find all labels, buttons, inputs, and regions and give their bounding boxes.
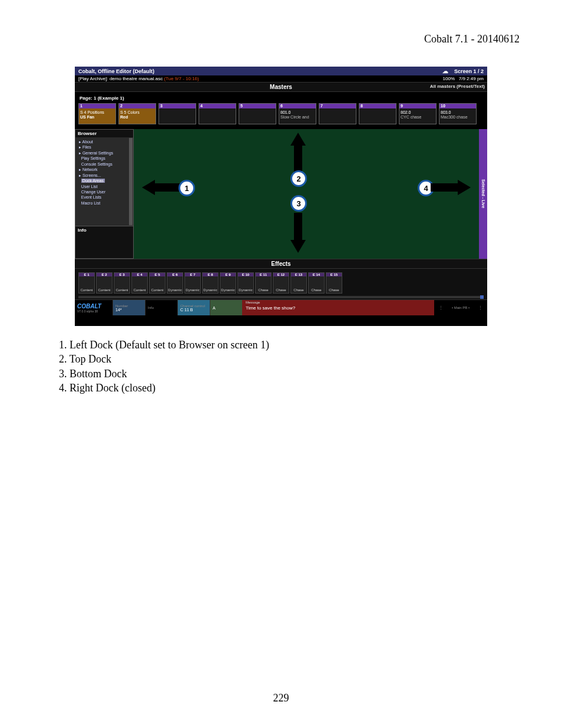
masters-mode: All masters (Preset/Text) bbox=[430, 84, 485, 89]
doc-header: Cobalt 7.1 - 20140612 bbox=[42, 33, 520, 45]
legend-item-3: 3. Bottom Dock bbox=[59, 367, 520, 381]
effect-slot[interactable]: E 6Dynamic bbox=[167, 272, 183, 294]
tree-item[interactable]: Play Settings bbox=[78, 156, 131, 161]
effect-slot[interactable]: E 15Chase bbox=[326, 272, 342, 294]
window-title-bar: Cobalt, Offline Editor (Default) ☁ Scree… bbox=[75, 67, 487, 75]
effect-slot[interactable]: E 3Content bbox=[114, 272, 130, 294]
logo-text: COBALT bbox=[77, 303, 113, 309]
footer-message: Message Time to save the show? bbox=[242, 300, 434, 315]
footer-msg-label: Message bbox=[246, 301, 260, 304]
arrow-right bbox=[431, 183, 458, 192]
arrow-up-head bbox=[290, 133, 306, 146]
effect-slot[interactable]: E 14Chase bbox=[308, 272, 325, 294]
page-number: 229 bbox=[0, 692, 562, 704]
browser-tree[interactable]: ▸ About ▸ Files ▸ General Settings Play … bbox=[75, 137, 133, 226]
footer-msg-value: Time to save the show? bbox=[246, 305, 295, 311]
footer-info-label: Info bbox=[148, 306, 175, 309]
effect-slot[interactable]: E 5Content bbox=[149, 272, 166, 294]
effect-slot[interactable]: E 8Dynamic bbox=[202, 272, 219, 294]
tree-item[interactable]: ▸ Screens... bbox=[78, 173, 131, 178]
legend-item-2: 2. Top Dock bbox=[59, 352, 520, 366]
scrollbar[interactable] bbox=[129, 138, 133, 225]
master-card[interactable]: 4 bbox=[199, 103, 236, 124]
tree-item[interactable]: Macro List bbox=[78, 200, 131, 206]
master-card[interactable]: 10803.0Mac300 chase bbox=[439, 103, 477, 124]
footer-number-value: 14* bbox=[115, 308, 143, 312]
zoom-level: 100% bbox=[443, 76, 455, 81]
effect-slot[interactable]: E 4Content bbox=[131, 272, 148, 294]
legend-list: 1. Left Dock (Default set to Browser on … bbox=[59, 338, 520, 395]
master-cards: 1S 4 PositionsUS Fan2S 5 ColorsRed345680… bbox=[78, 103, 484, 124]
arrow-down bbox=[294, 213, 302, 240]
tree-item[interactable]: Event Lists bbox=[78, 195, 131, 200]
logo: COBALT V7.0.0 alpha 38 bbox=[75, 300, 113, 315]
stage-area: 1 2 3 4 bbox=[134, 129, 479, 259]
right-dock-tab[interactable]: Selected - Live bbox=[479, 129, 487, 259]
masters-panel: Page: 1 (Example 1) 1S 4 PositionsUS Fan… bbox=[75, 92, 487, 129]
callout-2: 2 bbox=[290, 170, 307, 187]
legend-item-1: 1. Left Dock (Default set to Browser on … bbox=[59, 338, 520, 352]
footer-playback[interactable]: ⋮• Main PB •⋮ bbox=[434, 300, 487, 315]
footer-a-value: A bbox=[213, 306, 240, 310]
main-pb-label: • Main PB • bbox=[452, 306, 470, 309]
tree-item[interactable]: User List bbox=[78, 184, 131, 189]
tree-item[interactable]: ▸ General Settings bbox=[78, 150, 131, 156]
master-card[interactable]: 7 bbox=[319, 103, 356, 124]
sub-title-bar: [Play Archive]: demo theatre manual.asc … bbox=[75, 75, 487, 82]
master-card[interactable]: 3 bbox=[158, 103, 196, 124]
screenshot: Cobalt, Offline Editor (Default) ☁ Scree… bbox=[75, 67, 487, 326]
cloud-icon: ☁ bbox=[442, 68, 448, 74]
callout-3: 3 bbox=[290, 195, 307, 212]
effect-slot[interactable]: E 7Dynamic bbox=[184, 272, 201, 294]
master-card[interactable]: 9802.0CYC chase bbox=[399, 103, 437, 124]
tree-item[interactable]: Console Settings bbox=[78, 162, 131, 167]
scrollbar-knob[interactable] bbox=[480, 295, 484, 299]
footer-number[interactable]: Number 14* bbox=[113, 300, 145, 315]
clock: 7/9 2:49 pm bbox=[459, 76, 484, 81]
arrow-left-head bbox=[142, 180, 155, 195]
arrow-down-head bbox=[290, 240, 306, 253]
master-card[interactable]: 5 bbox=[239, 103, 276, 124]
master-card[interactable]: 8 bbox=[359, 103, 396, 124]
arrow-right-head bbox=[458, 180, 471, 195]
arrow-up bbox=[294, 146, 302, 173]
archive-time: (Tue 9/7 - 10:16) bbox=[164, 76, 199, 81]
browser-title: Browser bbox=[75, 130, 133, 137]
app-title: Cobalt, Offline Editor (Default) bbox=[78, 68, 154, 74]
legend-item-4: 4. Right Dock (closed) bbox=[59, 381, 520, 395]
footer-a[interactable]: A bbox=[210, 300, 242, 315]
master-card[interactable]: 2S 5 ColorsRed bbox=[118, 103, 156, 124]
masters-title: Masters bbox=[270, 84, 292, 90]
footer-cc-value: C 11 B bbox=[180, 308, 207, 312]
callout-1: 1 bbox=[178, 180, 195, 196]
version-text: V7.0.0 alpha 38 bbox=[77, 309, 113, 313]
master-card[interactable]: 1S 4 PositionsUS Fan bbox=[78, 103, 116, 124]
effect-slot[interactable]: E 1Content bbox=[78, 272, 95, 294]
masters-page: Page: 1 (Example 1) bbox=[80, 95, 484, 101]
footer-bar: COBALT V7.0.0 alpha 38 Number 14* Info C… bbox=[75, 299, 487, 315]
effect-slot[interactable]: E 2Content bbox=[96, 272, 113, 294]
effects-header: Effects bbox=[75, 259, 487, 269]
masters-header: Masters All masters (Preset/Text) bbox=[75, 82, 487, 92]
master-card[interactable]: 6801.0Slow Circle and bbox=[279, 103, 316, 124]
info-panel-title: Info bbox=[75, 226, 133, 258]
effect-slot[interactable]: E 10Dynamic bbox=[237, 272, 254, 294]
tree-item[interactable]: Change User bbox=[78, 189, 131, 195]
footer-info[interactable]: Info bbox=[145, 300, 177, 315]
effect-slot[interactable]: E 12Chase bbox=[273, 272, 289, 294]
archive-label: [Play Archive]: demo theatre manual.asc bbox=[78, 76, 163, 81]
browser-dock[interactable]: Browser ▸ About ▸ Files ▸ General Settin… bbox=[75, 129, 134, 259]
effects-scrollbar[interactable] bbox=[78, 296, 484, 298]
screen-indicator: Screen 1 / 2 bbox=[454, 68, 484, 74]
tree-item[interactable]: Dock Areas bbox=[78, 178, 131, 183]
effects-row: E 1ContentE 2ContentE 3ContentE 4Content… bbox=[78, 272, 484, 294]
effect-slot[interactable]: E 9Dynamic bbox=[220, 272, 236, 294]
tree-item[interactable]: ▸ Files bbox=[78, 144, 131, 150]
effect-slot[interactable]: E 11Chase bbox=[255, 272, 272, 294]
effects-panel: E 1ContentE 2ContentE 3ContentE 4Content… bbox=[75, 269, 487, 299]
footer-channel-control[interactable]: Channel control C 11 B bbox=[177, 300, 210, 315]
tree-item[interactable]: ▸ Network bbox=[78, 167, 131, 172]
tree-item[interactable]: ▸ About bbox=[78, 139, 131, 144]
effect-slot[interactable]: E 13Chase bbox=[290, 272, 307, 294]
